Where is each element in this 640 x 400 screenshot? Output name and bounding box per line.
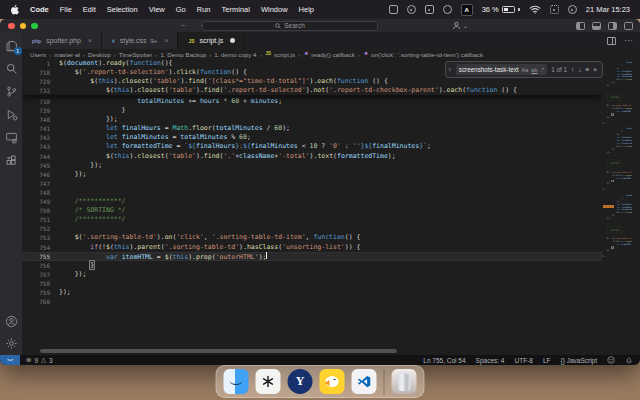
notifications-bell-icon[interactable] xyxy=(625,356,633,364)
source-control-icon[interactable] xyxy=(5,85,18,98)
breadcrumb-item[interactable]: ❖ready() callback xyxy=(303,51,355,58)
code-line-739[interactable]: 739 } xyxy=(22,106,602,115)
breadcrumb-item[interactable]: 1. Demo Backup xyxy=(160,51,206,58)
menu-status-icon-2[interactable] xyxy=(407,5,416,14)
dock-chatgpt-icon[interactable] xyxy=(256,369,281,394)
code-line-744[interactable]: 744 $(this).closest('table').find('.'+cl… xyxy=(22,152,602,161)
code-line-758[interactable]: 758 xyxy=(22,279,602,288)
command-center-search[interactable]: Search xyxy=(202,21,378,31)
match-case-toggle[interactable]: Aa xyxy=(522,67,529,73)
menu-item-edit[interactable]: Edit xyxy=(83,5,96,14)
nav-back-button[interactable]: ← xyxy=(180,20,188,29)
overview-ruler[interactable] xyxy=(632,59,640,355)
profile-menu-button[interactable]: ⌄ xyxy=(452,21,468,30)
dock-trash-icon[interactable] xyxy=(392,369,417,394)
code-line-760[interactable]: 760 xyxy=(22,297,602,306)
code-line-745[interactable]: 745 }); xyxy=(22,161,602,170)
tab-style.css[interactable]: #style.css9+× xyxy=(102,32,179,49)
split-editor-icon[interactable] xyxy=(607,37,616,45)
menu-item-run[interactable]: Run xyxy=(197,5,211,14)
code-line-756[interactable]: 756 } xyxy=(22,261,602,270)
code-line-754[interactable]: 754 if(!$(this).parent('.sorting-table-t… xyxy=(22,243,602,252)
status-item--javascript[interactable]: {} JavaScript xyxy=(561,357,598,364)
close-window-button[interactable] xyxy=(8,23,15,30)
breadcrumb-item[interactable]: 1. demo copy 4 xyxy=(214,51,256,58)
code-line-750[interactable]: 750 /* SORTING */ xyxy=(22,206,602,215)
menu-item-terminal[interactable]: Terminal xyxy=(222,5,250,14)
code-line-747[interactable]: 747 xyxy=(22,179,602,188)
problems-indicator[interactable]: ⊗ 9 △ 3 xyxy=(26,356,53,364)
menu-item-go[interactable]: Go xyxy=(176,5,186,14)
minimize-window-button[interactable] xyxy=(20,23,27,30)
dock-cyberduck-icon[interactable] xyxy=(320,369,345,394)
battery-indicator[interactable]: 36 % xyxy=(482,5,520,14)
extensions-icon[interactable] xyxy=(5,154,18,167)
breadcrumb-item[interactable]: TimeSpotter xyxy=(119,51,152,58)
control-center-icon[interactable] xyxy=(550,5,559,14)
toggle-primary-sidebar-button[interactable] xyxy=(576,22,585,30)
titlebar[interactable]: ← → Search ⌄ xyxy=(0,19,640,32)
code-line-742[interactable]: 742 let finalMinutes = totalMinutes % 60… xyxy=(22,133,602,142)
code-line-741[interactable]: 741 let finalHours = Math.floor(totalMin… xyxy=(22,124,602,133)
toggle-panel-button[interactable] xyxy=(592,22,601,30)
find-in-selection-button[interactable]: ≡ xyxy=(585,66,589,73)
code-line-755[interactable]: 755 var itemHTML = $(this).prop('outerHT… xyxy=(22,252,602,261)
menu-item-view[interactable]: View xyxy=(149,5,165,14)
tab-script.js[interactable]: JSscript.js xyxy=(178,32,245,49)
breadcrumb-item[interactable]: Desktop xyxy=(88,51,111,58)
tab-spotter.php[interactable]: phpspotter.php× xyxy=(22,32,102,49)
settings-gear-icon[interactable] xyxy=(5,337,18,350)
code-line-740[interactable]: 740 }); xyxy=(22,115,602,124)
tab-close-icon[interactable]: × xyxy=(164,37,168,44)
status-item-utf-8[interactable]: UTF-8 xyxy=(514,357,532,364)
whole-word-toggle[interactable]: ab xyxy=(531,67,537,73)
code-line-751[interactable]: 751 /***********/ xyxy=(22,215,602,224)
accounts-icon[interactable] xyxy=(5,315,18,328)
keyboard-layout-icon[interactable]: A xyxy=(461,4,473,16)
find-previous-button[interactable]: ↑ xyxy=(571,66,574,73)
remote-indicator[interactable]: >< xyxy=(0,355,20,365)
code-line-732[interactable]: 732 $(this).closest('table').find('.repo… xyxy=(22,86,602,95)
code-line-748[interactable]: 748 xyxy=(22,188,602,197)
menu-status-icon-3[interactable] xyxy=(425,5,434,14)
code-line-752[interactable]: 752 xyxy=(22,224,602,233)
code-editor[interactable]: 1$(document).ready(function(){718 $('.re… xyxy=(22,59,602,355)
find-next-button[interactable]: ↓ xyxy=(578,66,581,73)
code-line-746[interactable]: 746 }); xyxy=(22,170,602,179)
status-item-spaces-4[interactable]: Spaces: 4 xyxy=(476,357,505,364)
minimap[interactable]: totalMinutes += hours * 60 + minutes; } … xyxy=(602,59,632,355)
breadcrumb-item[interactable]: Users xyxy=(30,51,46,58)
find-collapse-chevron[interactable]: › xyxy=(447,66,451,73)
menu-item-window[interactable]: Window xyxy=(261,5,288,14)
code-line-759[interactable]: 759}); xyxy=(22,288,602,297)
breadcrumb-item[interactable]: master-al xyxy=(54,51,80,58)
dock-yandex-browser-icon[interactable]: Y xyxy=(288,369,313,394)
user-menu-icon[interactable] xyxy=(568,5,577,14)
code-line-749[interactable]: 749 /***********/ xyxy=(22,197,602,206)
menu-status-icon-4[interactable] xyxy=(443,5,452,14)
feedback-smiley-icon[interactable] xyxy=(607,356,615,364)
modified-dot-icon[interactable] xyxy=(230,38,235,43)
apple-logo-icon[interactable] xyxy=(10,4,19,15)
remote-explorer-icon[interactable] xyxy=(5,131,18,144)
code-line-738[interactable]: 738 totalMinutes += hours * 60 + minutes… xyxy=(22,97,602,106)
code-line-743[interactable]: 743 let formattedTime = `${finalHours}:$… xyxy=(22,142,602,151)
breadcrumb-item[interactable]: JSscript.js xyxy=(265,51,296,58)
editor-more-actions-icon[interactable]: ⋯ xyxy=(624,36,632,45)
status-item-lf[interactable]: LF xyxy=(543,357,551,364)
toggle-secondary-sidebar-button[interactable] xyxy=(608,22,617,30)
run-debug-icon[interactable] xyxy=(5,108,18,121)
code-line-753[interactable]: 753 $('.sorting-table-td').on('click', '… xyxy=(22,233,602,242)
breadcrumb-item[interactable]: ❖on('click', '.sorting-table-td-item') c… xyxy=(363,51,483,58)
search-sidebar-icon[interactable] xyxy=(5,62,18,75)
wifi-icon[interactable] xyxy=(529,5,541,14)
dock-finder-icon[interactable] xyxy=(224,369,249,394)
find-input[interactable]: screenshots-task-text Aa ab .* xyxy=(456,64,547,75)
menu-item-code[interactable]: Code xyxy=(30,5,49,14)
customize-layout-button[interactable] xyxy=(624,22,633,30)
menu-item-selection[interactable]: Selection xyxy=(107,5,138,14)
code-line-729[interactable]: 729 $(this).closest('table').find('[clas… xyxy=(22,77,602,86)
status-item-ln-755-col-54[interactable]: Ln 755, Col 54 xyxy=(423,357,465,364)
explorer-icon[interactable]: 1 xyxy=(5,39,18,52)
code-line-757[interactable]: 757 }); xyxy=(22,270,602,279)
